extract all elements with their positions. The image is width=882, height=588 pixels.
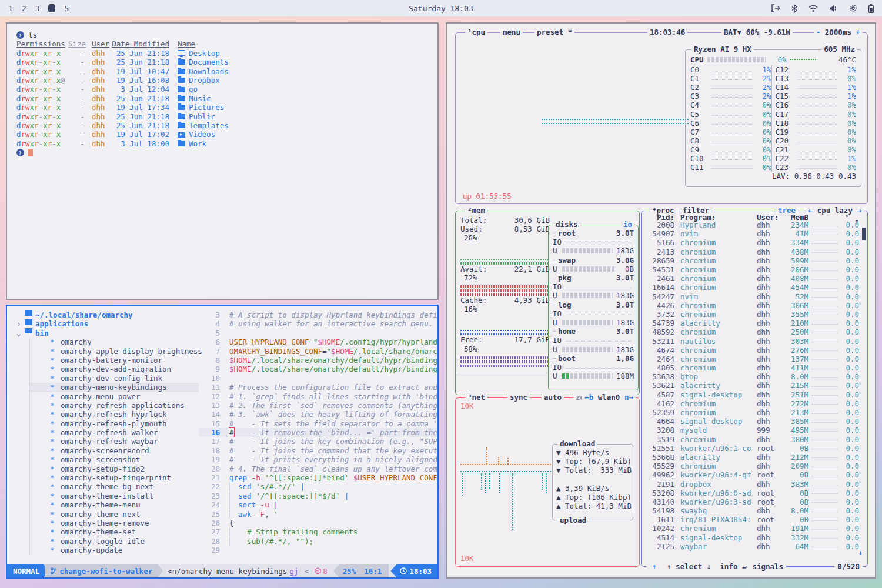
tree-item[interactable]: › applications [16, 319, 199, 328]
process-row[interactable]: 49962 kworker/u96:4-gf root 0B 0.0 [646, 470, 859, 479]
wifi-icon[interactable] [808, 5, 818, 12]
process-row[interactable]: 4674 chromium dhh 276M 0.0 [646, 346, 859, 355]
tree-item[interactable]: omarchy-update [29, 546, 199, 554]
tree-item[interactable]: omarchy-theme-set [29, 527, 199, 536]
menu-button[interactable]: menu [500, 28, 523, 37]
process-row[interactable]: 54198 swaybg dhh 8.0M 0.0 [646, 506, 859, 515]
process-row[interactable]: 52551 kworker/u96:1-co root 0B 0.0 [646, 444, 859, 453]
process-row[interactable]: 3519 chromium dhh 380M 0.0 [646, 435, 859, 444]
process-row[interactable]: 2008 Hyprland dhh 234M 0.0 [646, 220, 859, 229]
process-row[interactable]: 4664 signal-desktop dhh 385M 0.0 [646, 417, 859, 426]
tree-item[interactable]: omarchy-screenrecord [29, 446, 199, 455]
preset-button[interactable]: preset * [534, 28, 574, 37]
battery-icon[interactable] [868, 4, 874, 13]
git-branch-segment[interactable]: change-wofi-to-walker [45, 564, 163, 577]
tree-item[interactable]: omarchy-dev-add-migration [29, 365, 199, 373]
tree-item[interactable]: omarchy-theme-next [29, 510, 199, 519]
process-row[interactable]: 53621 alacritty dhh 215M 0.0 [646, 381, 859, 390]
tree-item[interactable]: omarchy-theme-menu [29, 500, 199, 509]
btop-window[interactable]: ¹cpu menu preset * 18:03:46 BAT▼ 60% -9.… [446, 22, 876, 579]
select-hint[interactable]: ↑ ↑ select ↓ [646, 562, 717, 572]
logout-icon[interactable] [771, 4, 780, 12]
tree-item[interactable]: omarchy-refresh-walker [29, 428, 199, 437]
tree-item[interactable]: ~/.local/share/omarchy [16, 310, 199, 319]
tree-item[interactable]: omarchy-setup-fingerprint [29, 473, 199, 482]
proc-filter-button[interactable]: filter [680, 206, 711, 215]
net-sync-button[interactable]: sync [507, 393, 530, 402]
process-row[interactable]: 53638 btop dhh 8.0M 0.0 [646, 372, 859, 381]
scroll-down-arrow[interactable]: ↓ [858, 548, 863, 557]
tree-item[interactable]: omarchy-refresh-hyprlock [29, 410, 199, 419]
bluetooth-icon[interactable] [791, 4, 797, 13]
tree-item[interactable]: omarchy-battery-monitor [29, 356, 199, 365]
process-row[interactable]: 28659 chromium dhh 599M 0.0 [646, 256, 859, 265]
process-list[interactable]: 2008 Hyprland dhh 234M 0.0 54907 nvim dh… [642, 220, 867, 551]
tree-item[interactable]: omarchy-apple-display-brightness [29, 347, 199, 356]
workspace-2[interactable]: 2 [22, 4, 26, 13]
tree-item[interactable]: omarchy-toggle-idle [29, 537, 199, 546]
process-row[interactable]: 53668 alacritty dhh 212M 0.0 [646, 453, 859, 462]
process-row[interactable]: 4162 chromium dhh 272M 0.0 [646, 399, 859, 408]
process-row[interactable]: 2125 waybar dhh 64M 0.0 [646, 542, 859, 551]
mem-box-title[interactable]: ²mem [465, 206, 487, 215]
process-row[interactable]: 10242 chromium dhh 191M 0.0 [646, 524, 859, 533]
process-row[interactable]: 2464 chromium dhh 137M 0.0 [646, 355, 859, 363]
process-row[interactable]: 54907 nvim dhh 41M 0.0 [646, 229, 859, 238]
process-row[interactable]: 16614 chromium dhh 454M 0.0 [646, 283, 859, 292]
workspace-1[interactable]: 1 [8, 4, 13, 13]
proc-sort-selector[interactable]: ← cpu lazy → [806, 206, 864, 215]
proc-tree-toggle[interactable]: tree [776, 206, 798, 215]
net-interface-selector[interactable]: ←b wlan0 n→ [582, 393, 636, 402]
process-row[interactable]: 45529 chromium dhh 209M 0.0 [646, 462, 859, 470]
proc-scrollbar[interactable] [862, 228, 866, 240]
process-row[interactable]: 54531 chromium dhh 206M 0.0 [646, 265, 859, 274]
process-row[interactable]: 43140 kworker/u96:3-sd root 0B 0.0 [646, 497, 859, 506]
process-row[interactable]: 4587 signal-desktop dhh 251M 0.0 [646, 390, 859, 399]
workspace-4-active-indicator[interactable] [48, 4, 55, 12]
process-row[interactable]: 1611 irq/81-PIXA3854: root 0B 0.0 [646, 515, 859, 524]
shell-prompt-line-2[interactable]: ❯ [16, 148, 437, 157]
process-row[interactable]: 5166 chromium dhh 334M 0.0 [646, 238, 859, 247]
workspace-3[interactable]: 3 [35, 4, 40, 13]
tree-item[interactable]: omarchy-refresh-plymouth [29, 419, 199, 428]
process-row[interactable]: 53208 kworker/u96:0-sd root 0B 0.0 [646, 489, 859, 497]
tree-item[interactable]: omarchy-theme-remove [29, 519, 199, 527]
cpu-box-title[interactable]: ¹cpu [465, 28, 487, 37]
process-row[interactable]: 54739 alacritty dhh 210M 0.0 [646, 319, 859, 328]
process-row[interactable]: 52359 chromium dhh 213M 0.0 [646, 408, 859, 417]
info-hint[interactable]: info ↵ [717, 562, 749, 572]
process-row[interactable]: 4426 chromium dhh 306M 0.0 [646, 301, 859, 310]
proc-box-title[interactable]: ⁴proc [650, 206, 677, 215]
tree-item[interactable]: ⌄ bin [16, 329, 199, 338]
code-editor[interactable]: 3 # A script to display Hyprland keybind… [199, 310, 437, 564]
neovim-window[interactable]: ~/.local/share/omarchy › applications ⌄ … [6, 305, 439, 579]
disks-box-title[interactable]: disks [553, 220, 580, 229]
process-row[interactable]: 2191 dropbox dhh 383M 0.0 [646, 479, 859, 488]
process-row[interactable]: 54247 nvim dhh 52M 0.0 [646, 292, 859, 301]
net-auto-button[interactable]: auto [542, 393, 564, 402]
io-mode-toggle[interactable]: io [621, 220, 634, 229]
tree-item[interactable]: omarchy-dev-config-link [29, 374, 199, 383]
workspace-5[interactable]: 5 [64, 4, 69, 13]
process-row[interactable]: 4805 chromium dhh 411M 0.0 [646, 363, 859, 372]
tree-item[interactable]: omarchy-menu-keybindings [29, 383, 199, 392]
terminal-window-ls[interactable]: ❯ ls Permissions Size User Date Modified… [6, 22, 439, 300]
process-row[interactable]: 4514 signal-desktop dhh 332M 0.0 [646, 533, 859, 542]
volume-icon[interactable] [829, 5, 838, 12]
process-row[interactable]: 2413 chromium dhh 438M 0.0 [646, 248, 859, 256]
tree-item[interactable]: omarchy-theme-bg-next [29, 482, 199, 491]
net-box-title[interactable]: ³net [465, 393, 487, 402]
process-row[interactable]: 53211 nautilus dhh 303M 0.0 [646, 336, 859, 345]
tree-item[interactable]: omarchy-menu-power [29, 392, 199, 401]
update-interval[interactable]: - 2000ms + [814, 28, 863, 37]
tree-item[interactable]: omarchy-screenshot [29, 455, 199, 464]
signals-hint[interactable]: signals [749, 562, 786, 572]
process-row[interactable]: 48592 chromium dhh 250M 0.0 [646, 328, 859, 336]
tree-item[interactable]: omarchy-theme-install [29, 492, 199, 500]
tree-item[interactable]: omarchy-setup-fido2 [29, 465, 199, 473]
process-row[interactable]: 3208 mysqld 999 495M 0.0 [646, 426, 859, 435]
settings-gear-icon[interactable] [849, 4, 857, 12]
tree-item[interactable]: omarchy-refresh-waybar [29, 437, 199, 446]
tree-item[interactable]: omarchy-refresh-applications [29, 401, 199, 410]
process-row[interactable]: 3732 chromium dhh 355M 0.0 [646, 310, 859, 319]
